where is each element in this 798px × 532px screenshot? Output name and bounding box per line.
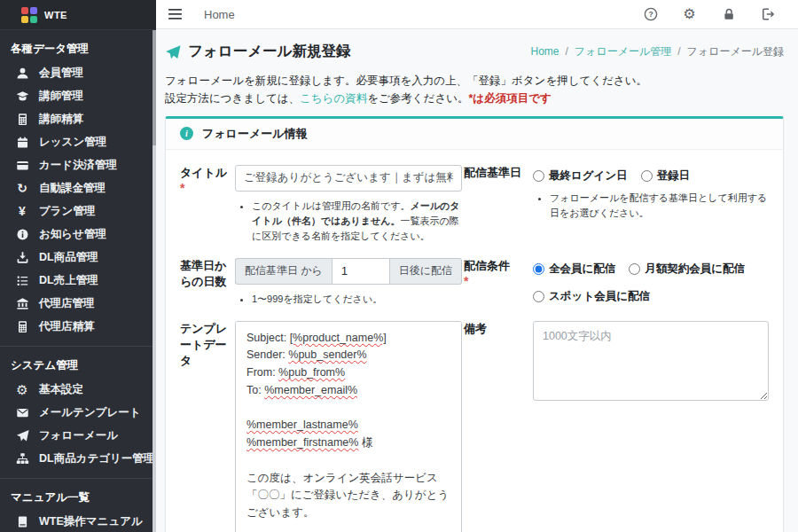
sidebar-item-plans[interactable]: ¥ プラン管理 bbox=[0, 200, 156, 223]
app-logo[interactable]: WTE bbox=[0, 0, 156, 30]
sidebar-item-dl-products[interactable]: DL商品管理 bbox=[0, 246, 156, 269]
sidebar-item-label: 代理店管理 bbox=[39, 296, 95, 311]
yen-icon: ¥ bbox=[15, 205, 29, 218]
sidebar-item-label: メールテンプレート bbox=[39, 405, 141, 420]
sidebar-section-system: システム管理 bbox=[0, 347, 156, 378]
required-asterisk: * bbox=[464, 276, 528, 287]
hamburger-menu-icon[interactable] bbox=[168, 8, 183, 20]
radio-spot-members[interactable]: スポット会員に配信 bbox=[533, 289, 650, 304]
sidebar-item-label: 会員管理 bbox=[39, 66, 83, 81]
calculator-icon bbox=[15, 320, 29, 333]
base-date-field-label: 配信基準日 bbox=[462, 165, 533, 181]
sidebar-item-agency-settlement[interactable]: 代理店精算 bbox=[0, 315, 156, 338]
document-link[interactable]: こちらの資料 bbox=[300, 92, 367, 105]
sidebar-item-label: 講師精算 bbox=[39, 112, 83, 127]
sidebar-item-label: お知らせ管理 bbox=[39, 227, 106, 242]
envelope-icon bbox=[15, 406, 29, 419]
title-help: このタイトルは管理用の名前です。メールのタイトル（件名）ではありません。一覧表示… bbox=[240, 199, 462, 244]
sidebar-item-label: カード決済管理 bbox=[39, 158, 117, 173]
sidebar-item-auto-billing[interactable]: ↻ 自動課金管理 bbox=[0, 176, 156, 200]
sidebar-item-label: WTE操作マニュアル bbox=[39, 514, 143, 529]
sidebar-scrollbar[interactable] bbox=[153, 30, 156, 532]
breadcrumb-follow-mail-mgmt[interactable]: フォローメール管理 bbox=[559, 44, 672, 59]
bank-icon bbox=[15, 297, 29, 310]
help-icon[interactable]: ? bbox=[643, 7, 658, 22]
sidebar-item-label: フォローメール bbox=[39, 428, 118, 443]
topbar: Home ? ⚙ bbox=[156, 0, 798, 29]
graduation-cap-icon bbox=[15, 90, 29, 103]
radio-registration-date[interactable]: 登録日 bbox=[641, 168, 691, 184]
list-icon bbox=[15, 274, 29, 287]
sidebar-item-lessons[interactable]: レッスン管理 bbox=[0, 130, 156, 153]
condition-radio-group: 全会員に配信 月額契約会員に配信 スポット会員に配信 bbox=[533, 258, 769, 304]
intro-line2-pre: 設定方法につきましては、 bbox=[165, 92, 300, 105]
sidebar-item-label: プラン管理 bbox=[39, 204, 95, 219]
info-icon bbox=[15, 228, 29, 241]
radio-all-members[interactable]: 全会員に配信 bbox=[533, 262, 615, 277]
sidebar-item-label: 基本設定 bbox=[39, 382, 83, 397]
paper-plane-icon bbox=[15, 429, 29, 442]
card-title: フォローメール情報 bbox=[202, 126, 308, 142]
main-area: Home ? ⚙ フォローメール新規登録 Home フォローメール管理 フォロー… bbox=[156, 0, 798, 532]
sidebar-item-mail-templates[interactable]: メールテンプレート bbox=[0, 401, 156, 424]
credit-card-icon bbox=[15, 159, 29, 172]
page-intro: フォローメールを新規に登録します。必要事項を入力の上、「登録」ボタンを押してくだ… bbox=[165, 72, 784, 108]
sidebar-item-members[interactable]: 会員管理 bbox=[0, 61, 156, 84]
sidebar-item-follow-mail[interactable]: フォローメール bbox=[0, 424, 156, 447]
refresh-icon: ↻ bbox=[15, 182, 29, 195]
title-field-label: タイトル * bbox=[180, 165, 235, 194]
page-title: フォローメール新規登録 bbox=[188, 42, 350, 61]
sidebar-item-notices[interactable]: お知らせ管理 bbox=[0, 223, 156, 246]
template-field-label: テンプレートデータ bbox=[180, 321, 235, 370]
condition-field-label: 配信条件 * bbox=[462, 258, 533, 287]
sidebar-item-label: DL商品管理 bbox=[39, 250, 98, 265]
days-input-group: 配信基準日 から 日後に配信 bbox=[235, 258, 462, 285]
sidebar-item-label: 自動課金管理 bbox=[39, 181, 106, 196]
paper-plane-icon bbox=[165, 43, 181, 59]
sidebar-item-wte-manual[interactable]: WTE操作マニュアル bbox=[0, 510, 156, 532]
sidebar: WTE 各種データ管理 会員管理 講師管理 講師精算 レッスン管理 カード決済管… bbox=[0, 0, 156, 532]
topbar-home-link[interactable]: Home bbox=[204, 8, 235, 21]
intro-line2-post: をご参考ください。 bbox=[367, 92, 468, 105]
breadcrumb-current: フォローメール登録 bbox=[671, 44, 784, 59]
days-help: 1〜999を指定してください。 bbox=[240, 292, 462, 307]
user-icon bbox=[15, 66, 29, 80]
radio-monthly-members[interactable]: 月額契約会員に配信 bbox=[629, 262, 745, 277]
calculator-icon bbox=[15, 113, 29, 126]
days-field-label: 基準日からの日数 bbox=[180, 258, 235, 290]
settings-icon[interactable]: ⚙ bbox=[682, 7, 697, 22]
sidebar-item-label: DL売上管理 bbox=[39, 273, 98, 288]
required-note: *は必須項目です bbox=[469, 92, 552, 105]
svg-text:?: ? bbox=[648, 10, 653, 19]
template-data-textarea[interactable]: Subject: [%product_name%] Sender: %pub_s… bbox=[235, 321, 462, 532]
breadcrumb-home[interactable]: Home bbox=[530, 45, 559, 58]
gear-icon: ⚙ bbox=[15, 383, 29, 396]
sidebar-item-instructor-settlement[interactable]: 講師精算 bbox=[0, 107, 156, 130]
sidebar-item-basic-settings[interactable]: ⚙ 基本設定 bbox=[0, 378, 156, 401]
sidebar-item-agencies[interactable]: 代理店管理 bbox=[0, 292, 156, 315]
info-icon: i bbox=[180, 127, 193, 140]
sidebar-item-label: 講師管理 bbox=[39, 89, 83, 104]
days-input[interactable] bbox=[332, 258, 390, 285]
remarks-textarea[interactable] bbox=[533, 321, 769, 401]
base-date-help: フォローメールを配信する基準日として利用する日をお選びください。 bbox=[538, 191, 769, 221]
book-icon bbox=[15, 515, 29, 528]
download-icon bbox=[15, 251, 29, 264]
base-date-radio-group: 最終ログイン日 登録日 bbox=[533, 165, 769, 184]
sidebar-item-instructors[interactable]: 講師管理 bbox=[0, 84, 156, 107]
lock-icon[interactable] bbox=[721, 7, 736, 22]
sidebar-item-dl-sales[interactable]: DL売上管理 bbox=[0, 269, 156, 292]
sidebar-item-label: 代理店精算 bbox=[39, 319, 95, 334]
title-input[interactable] bbox=[235, 165, 462, 192]
sidebar-section-manual: マニュアル一覧 bbox=[0, 479, 156, 510]
logo-text: WTE bbox=[44, 10, 67, 20]
sidebar-item-card-payments[interactable]: カード決済管理 bbox=[0, 153, 156, 176]
sidebar-section-data: 各種データ管理 bbox=[0, 30, 156, 61]
days-prefix: 配信基準日 から bbox=[235, 258, 332, 285]
sidebar-item-dl-categories[interactable]: DL商品カテゴリー管理 bbox=[0, 447, 156, 470]
logout-icon[interactable] bbox=[760, 7, 775, 22]
radio-last-login-date[interactable]: 最終ログイン日 bbox=[533, 168, 628, 184]
sidebar-item-label: DL商品カテゴリー管理 bbox=[39, 451, 154, 466]
sidebar-item-label: レッスン管理 bbox=[39, 135, 106, 150]
follow-mail-info-card: i フォローメール情報 タイトル * このタイトルは管理用の名前です。メールのタ… bbox=[165, 116, 784, 532]
